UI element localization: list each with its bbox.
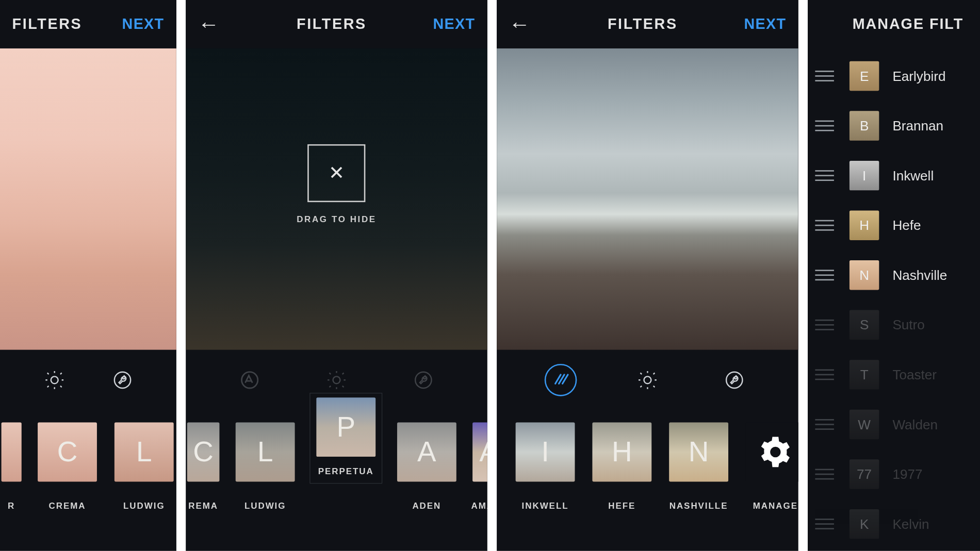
photo-preview[interactable] (497, 48, 798, 350)
filter-item-ludwig[interactable]: L LUDWIG (112, 423, 176, 511)
drag-handle-icon[interactable] (813, 419, 836, 430)
photo-preview[interactable] (0, 48, 176, 350)
svg-point-0 (51, 376, 58, 383)
filter-item-amaro[interactable]: A AMAR (471, 423, 487, 511)
filter-name: Earlybird (892, 68, 945, 84)
filter-name: Nashville (892, 268, 947, 283)
filter-thumb: E (850, 61, 879, 91)
manage-filter-row[interactable]: NNashville (808, 250, 980, 300)
lux-tool-icon[interactable] (631, 364, 664, 396)
drag-handle-icon[interactable] (813, 220, 836, 231)
filter-item-perpetua-dragging[interactable]: P PERPETUA (309, 393, 382, 483)
manage-filter-row[interactable]: WWalden (808, 399, 980, 449)
manage-filter-row[interactable]: KKelvin (808, 499, 980, 549)
filter-label: HEFE (590, 500, 654, 511)
header-title: MANAGE FILT (808, 0, 980, 48)
next-button[interactable]: NEXT (433, 15, 476, 33)
filter-letter: C (57, 436, 78, 469)
filter-thumb: H (850, 210, 879, 240)
back-icon[interactable]: ← (509, 12, 542, 37)
svg-point-2 (241, 372, 257, 388)
next-button[interactable]: NEXT (744, 15, 786, 33)
filter-thumb: T (850, 360, 879, 389)
filter-label: ADEN (395, 500, 459, 511)
screen-filters-1: FILTERS NEXT R C CREMA L LUDWIG (0, 0, 176, 551)
drag-handle-icon[interactable] (813, 170, 836, 181)
drag-handle-icon[interactable] (813, 121, 836, 131)
back-icon[interactable]: ← (198, 12, 231, 37)
filter-thumb: I (850, 161, 879, 190)
drag-handle-icon[interactable] (813, 270, 836, 280)
filter-name: Sutro (892, 317, 924, 332)
manage-filter-row[interactable]: BBrannan (808, 101, 980, 151)
drag-handle-icon[interactable] (813, 369, 836, 380)
filter-item-nashville[interactable]: N NASHVILLE (666, 423, 731, 511)
drop-label: DRAG TO HIDE (297, 214, 376, 224)
filter-label: MANAGE (743, 500, 798, 511)
filter-thumb: N (850, 260, 879, 290)
filter-label: LUDWIG (112, 500, 176, 511)
filter-item-aden[interactable]: A ADEN (395, 423, 459, 511)
filter-thumb: S (850, 310, 879, 340)
filter-item-crema[interactable]: C REMA (186, 423, 221, 511)
svg-point-3 (333, 376, 340, 383)
filter-name: Toaster (892, 367, 937, 382)
manage-filter-row[interactable]: IInkwell (808, 151, 980, 201)
filter-label: REMA (186, 500, 221, 511)
filter-label: LUDWIG (233, 500, 298, 511)
wrench-tool-icon[interactable] (407, 364, 440, 396)
screen-manage-filters: MANAGE FILT EEarlybirdBBrannanIInkwellHH… (808, 0, 980, 551)
photo-preview[interactable]: ✕ DRAG TO HIDE (186, 48, 487, 350)
filter-letter: L (136, 436, 152, 469)
filter-name: 1977 (892, 466, 922, 482)
filter-label: CREMA (35, 500, 100, 511)
filter-label: AMAR (471, 500, 487, 511)
manage-filter-row[interactable]: HHefe (808, 201, 980, 251)
filter-tool-icon[interactable] (233, 364, 266, 396)
svg-point-1 (114, 372, 130, 388)
filter-item[interactable]: R (0, 423, 23, 511)
filter-thumb: W (850, 410, 879, 439)
filter-item-ludwig[interactable]: L LUDWIG (233, 423, 298, 511)
svg-point-4 (416, 372, 432, 388)
manage-filter-row[interactable]: 771977 (808, 449, 980, 499)
filter-item-hefe[interactable]: H HEFE (590, 423, 654, 511)
screen-filters-2: ← FILTERS NEXT ✕ DRAG TO HIDE C REMA (186, 0, 487, 551)
next-button[interactable]: NEXT (122, 15, 165, 33)
manage-filter-row[interactable]: SSutro (808, 300, 980, 350)
manage-filters-button[interactable]: MANAGE (743, 423, 798, 511)
filter-label: INKWELL (513, 500, 577, 511)
header-title: FILTERS (297, 15, 367, 33)
filter-thumb: 77 (850, 459, 879, 489)
svg-point-6 (727, 372, 743, 388)
wrench-tool-icon[interactable] (718, 364, 751, 396)
svg-point-5 (644, 376, 651, 383)
filter-item-inkwell[interactable]: I INKWELL (513, 423, 577, 511)
manage-filter-row[interactable]: TToaster (808, 350, 980, 400)
header-title: FILTERS (608, 15, 678, 33)
gear-icon[interactable] (746, 423, 798, 482)
lux-tool-icon[interactable] (320, 364, 353, 396)
filter-item-crema[interactable]: C CREMA (35, 423, 100, 511)
drag-handle-icon[interactable] (813, 519, 836, 529)
header-title: FILTERS (12, 15, 82, 33)
filter-name: Hefe (892, 218, 921, 233)
filter-thumb: K (850, 509, 879, 539)
filter-label: PERPETUA (311, 466, 382, 476)
drag-to-hide-dropzone[interactable]: ✕ DRAG TO HIDE (297, 144, 376, 224)
wrench-tool-icon[interactable] (106, 364, 139, 396)
filter-name: Walden (892, 416, 938, 432)
filter-name: Inkwell (892, 168, 934, 183)
drag-handle-icon[interactable] (813, 320, 836, 330)
filter-thumb: B (850, 111, 879, 140)
filter-label: NASHVILLE (666, 500, 731, 511)
manage-filter-row[interactable]: EEarlybird (808, 51, 980, 101)
screen-filters-3: ← FILTERS NEXT I INKWELL H HEFE (497, 0, 798, 551)
close-icon[interactable]: ✕ (307, 144, 365, 202)
filter-name: Brannan (892, 118, 943, 133)
filter-tool-icon[interactable] (544, 364, 577, 396)
filter-name: Kelvin (892, 516, 929, 532)
drag-handle-icon[interactable] (813, 469, 836, 480)
lux-tool-icon[interactable] (38, 364, 71, 396)
drag-handle-icon[interactable] (813, 71, 836, 81)
